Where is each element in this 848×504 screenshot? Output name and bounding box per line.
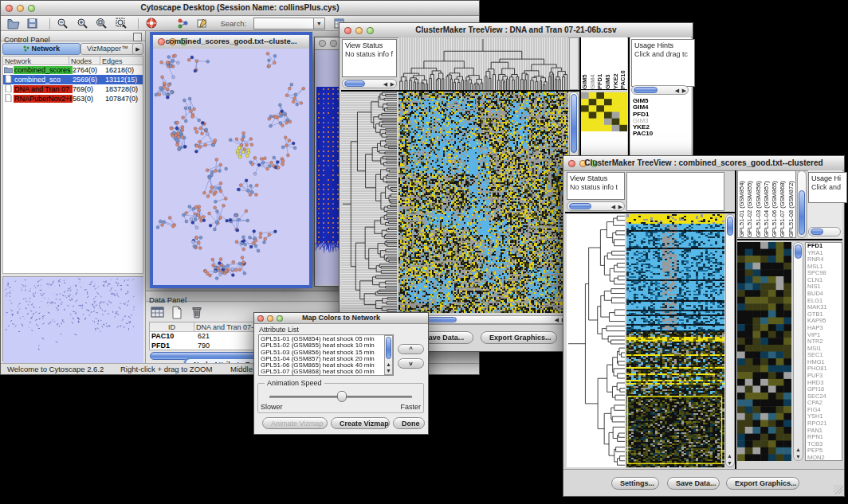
tab-network[interactable]: Network bbox=[2, 43, 80, 55]
tv2-gene-label[interactable]: RPN1 bbox=[807, 434, 842, 441]
tab-vizmapper[interactable]: VizMapper™ bbox=[80, 43, 135, 55]
tv2-gene-label[interactable]: PFD1 bbox=[807, 243, 842, 250]
tv2-heatmap-vscroll[interactable]: ▲▼ bbox=[725, 214, 735, 467]
tv2-gene-label[interactable]: SEC24 bbox=[807, 393, 842, 400]
tv1-hints-scrollbar[interactable]: ◀▶ bbox=[631, 85, 689, 95]
tv2-gene-label[interactable]: NTR2 bbox=[807, 338, 842, 346]
tv1-gene-label[interactable]: GIM3 bbox=[633, 118, 689, 124]
tv2-gene-label[interactable]: HRD3 bbox=[807, 380, 842, 387]
attribute-list-item[interactable]: GPL51-04 (GSM857) heat shock 20 min bbox=[261, 356, 391, 362]
tv2-gene-label[interactable]: TCB3 bbox=[807, 441, 842, 448]
tv2-gene-label[interactable]: MAK31 bbox=[807, 304, 842, 311]
attribute-list-scrollbar[interactable]: ▲▼ bbox=[384, 335, 393, 375]
birdseye-view[interactable] bbox=[2, 276, 143, 361]
network-list-item[interactable]: combined_scores2764(0)16218(0) bbox=[3, 65, 143, 75]
zoom-out-icon[interactable] bbox=[57, 18, 69, 29]
close-button[interactable] bbox=[319, 40, 326, 47]
tv2-gene-label[interactable]: MSI1 bbox=[807, 346, 842, 353]
birdseye-canvas[interactable] bbox=[3, 277, 143, 364]
tv2-gene-label[interactable]: RPO21 bbox=[807, 420, 842, 428]
tab-overflow-arrow[interactable]: ▶ bbox=[132, 43, 143, 55]
tv2-gene-label[interactable]: GTB1 bbox=[807, 311, 842, 318]
tv2-gene-label[interactable]: PUF3 bbox=[807, 373, 842, 380]
network-list-item[interactable]: combined_sco2569(6)13112(15) bbox=[3, 75, 143, 84]
tv2-heatmap[interactable] bbox=[626, 214, 724, 467]
attribute-table-icon[interactable] bbox=[151, 306, 163, 318]
network-list-item[interactable]: RNAPuberNov2+I563(0)107847(0) bbox=[3, 94, 143, 104]
tv2-gene-label[interactable]: SPC98 bbox=[807, 270, 842, 277]
tv2-settings-button[interactable]: Settings... bbox=[611, 477, 659, 490]
open-folder-icon[interactable] bbox=[7, 18, 20, 29]
col-network[interactable]: Network bbox=[3, 57, 69, 64]
search-dropdown-arrow[interactable]: ▼ bbox=[314, 18, 325, 29]
tv2-gene-label[interactable]: PEP5 bbox=[807, 447, 842, 455]
move-down-button[interactable]: v bbox=[398, 358, 424, 369]
tv2-gene-label[interactable]: YSH1 bbox=[807, 413, 842, 420]
animate-vizmap-button[interactable]: Animate Vizmap bbox=[262, 417, 328, 429]
tv2-gene-label[interactable]: CLN1 bbox=[807, 277, 842, 284]
tv2-gene-dendrogram[interactable] bbox=[567, 214, 625, 467]
attribute-list-item[interactable]: GPL51-06 (GSM865) heat shock 40 min bbox=[261, 362, 391, 369]
tv2-gene-label[interactable]: BUD4 bbox=[807, 291, 842, 298]
annotation-icon[interactable] bbox=[196, 18, 209, 29]
tv2-gene-label[interactable]: NIS1 bbox=[807, 283, 842, 291]
tv1-gene-label[interactable]: YKE2 bbox=[633, 124, 689, 131]
minimize-button[interactable] bbox=[330, 40, 337, 47]
tv2-gene-label[interactable]: RNR4 bbox=[807, 256, 842, 264]
tv2-zoom-vscroll[interactable]: ▲▼ bbox=[793, 242, 803, 461]
create-vizmap-button[interactable]: Create Vizmap bbox=[331, 417, 390, 429]
tv2-save-data-button[interactable]: Save Data... bbox=[667, 477, 720, 490]
tv1-heatmap[interactable] bbox=[398, 92, 568, 313]
tv2-usage-scrollbar[interactable] bbox=[808, 227, 841, 236]
attribute-list-item[interactable]: GPL51-03 (GSM856) heat shock 15 min bbox=[261, 350, 391, 356]
tv1-column-dendrogram[interactable] bbox=[398, 37, 568, 90]
col-edges[interactable]: Edges bbox=[100, 57, 143, 64]
tv1-gene-label[interactable]: GIM4 bbox=[633, 104, 689, 111]
attr-col-id[interactable]: ID bbox=[150, 322, 194, 331]
tv1-status-scrollbar[interactable]: ◀▶ bbox=[342, 79, 397, 88]
done-button[interactable]: Done bbox=[393, 417, 425, 429]
tv1-gene-label[interactable]: GIM5 bbox=[633, 98, 689, 104]
save-icon[interactable] bbox=[26, 18, 39, 29]
tv2-gene-label[interactable]: MON2 bbox=[807, 455, 842, 462]
treeview1-titlebar[interactable]: ClusterMaker TreeView : DNA and Tran 07-… bbox=[340, 23, 693, 38]
tv2-gene-label[interactable]: PHO81 bbox=[807, 365, 842, 373]
attribute-list-item[interactable]: GPL51-02 (GSM855) heat shock 10 min bbox=[261, 342, 391, 349]
trash-icon[interactable] bbox=[190, 306, 202, 318]
new-document-icon[interactable] bbox=[170, 306, 183, 318]
treeview2-titlebar[interactable]: ClusterMaker TreeView : combined_scores_… bbox=[563, 156, 844, 171]
tv1-gene-label[interactable]: PAC10 bbox=[633, 131, 689, 137]
tv2-gene-label[interactable]: CPA2 bbox=[807, 400, 842, 407]
main-titlebar[interactable]: Cytoscape Desktop (Session Name: collins… bbox=[1, 1, 479, 16]
tv2-gene-label[interactable]: FIG4 bbox=[807, 407, 842, 414]
network-view-titlebar[interactable]: combined_scores_good.txt--cluste... bbox=[153, 35, 309, 49]
tv2-gene-label[interactable]: SEC1 bbox=[807, 352, 842, 359]
float-panel-icon[interactable] bbox=[133, 33, 142, 41]
attribute-list-item[interactable]: GPL51-01 (GSM854) heat shock 05 min bbox=[261, 336, 391, 342]
tv2-gene-label[interactable]: MSL1 bbox=[807, 264, 842, 271]
tv2-status-scrollbar[interactable]: ◀▶ bbox=[567, 201, 625, 211]
tv2-gene-label[interactable]: KAP95 bbox=[807, 318, 842, 325]
animation-slider-thumb[interactable] bbox=[337, 391, 347, 402]
tv2-gene-label[interactable]: ELG1 bbox=[807, 298, 842, 305]
node-link-icon[interactable] bbox=[177, 18, 190, 29]
move-up-button[interactable]: ^ bbox=[398, 344, 424, 354]
tv1-zoom-heatmap[interactable] bbox=[581, 92, 627, 131]
tv2-zoom-heatmap[interactable] bbox=[737, 242, 791, 461]
help-lifering-icon[interactable] bbox=[146, 18, 159, 29]
tv2-gene-label[interactable]: VIP1 bbox=[807, 332, 842, 339]
tv2-gene-label[interactable]: GPI16 bbox=[807, 386, 842, 393]
col-nodes[interactable]: Nodes bbox=[69, 57, 100, 64]
tv2-gene-label[interactable]: HAP3 bbox=[807, 325, 842, 332]
network-list-item[interactable]: DNA and Tran 07769(0)183728(0) bbox=[3, 84, 143, 94]
tv2-gene-label[interactable]: PAN1 bbox=[807, 428, 842, 435]
tv2-gene-label[interactable]: HMG1 bbox=[807, 359, 842, 366]
tv2-gene-label[interactable]: YRA1 bbox=[807, 250, 842, 257]
tv1-gene-label[interactable]: PFD1 bbox=[633, 111, 689, 118]
network-canvas[interactable] bbox=[153, 49, 309, 285]
tv2-labels-vscroll[interactable] bbox=[797, 170, 807, 238]
resize-grip[interactable] bbox=[834, 485, 843, 494]
tv2-export-graphics-button[interactable]: Export Graphics... bbox=[726, 477, 799, 490]
zoom-fit-icon[interactable] bbox=[116, 18, 128, 29]
tv1-gene-dendrogram[interactable] bbox=[341, 92, 397, 313]
